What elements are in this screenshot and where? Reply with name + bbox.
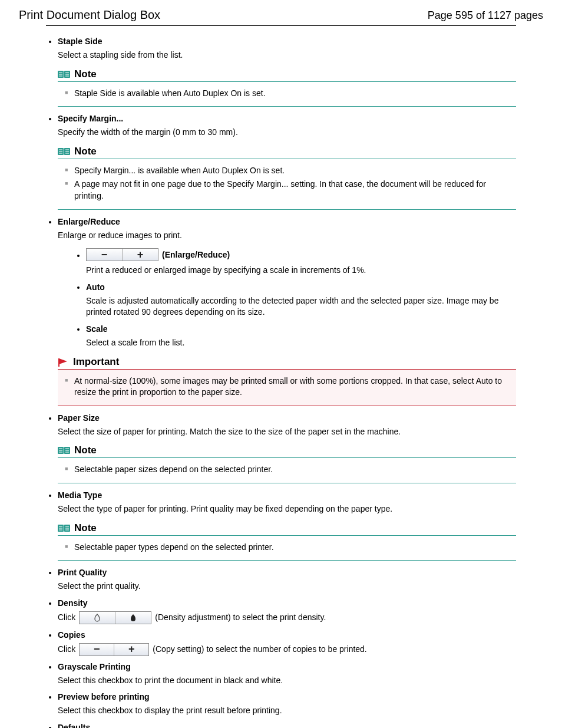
density-label: Density xyxy=(58,598,88,608)
item-paper-size: Paper Size Select the size of paper for … xyxy=(58,413,516,483)
plus-icon[interactable]: + xyxy=(123,249,158,261)
item-grayscale: Grayscale Printing Select this checkbox … xyxy=(58,662,516,687)
plus-icon[interactable]: + xyxy=(114,644,148,655)
important-heading: Important xyxy=(73,356,119,368)
page-indicator: Page 595 of 1127 pages xyxy=(428,9,543,22)
scale-desc: Select a scale from the list. xyxy=(86,337,516,349)
note-heading: Note xyxy=(74,68,97,80)
enlarge-reduce-btn-desc: Print a reduced or enlarged image by spe… xyxy=(86,265,516,276)
item-preview: Preview before printing Select this chec… xyxy=(58,692,516,717)
content: Staple Side Select a stapling side from … xyxy=(46,37,516,728)
note-callout: Note Specify Margin... is available when… xyxy=(58,146,516,210)
subitem-auto: Auto Scale is adjusted automatically acc… xyxy=(86,282,516,318)
svg-marker-16 xyxy=(59,358,67,364)
minus-icon[interactable]: − xyxy=(80,644,114,655)
minus-icon[interactable]: − xyxy=(87,249,122,261)
note-item: Staple Side is available when Auto Duple… xyxy=(74,88,516,100)
density-text-pre: Click xyxy=(58,612,75,624)
grayscale-desc: Select this checkbox to print the docume… xyxy=(58,675,516,687)
note-item: Selectable paper sizes depend on the sel… xyxy=(74,464,516,476)
media-type-desc: Select the type of paper for printing. P… xyxy=(58,503,516,515)
page-header: Print Document Dialog Box Page 595 of 11… xyxy=(19,8,543,22)
note-callout: Note Selectable paper types depend on th… xyxy=(58,522,516,561)
preview-desc: Select this checkbox to display the prin… xyxy=(58,705,516,717)
copies-label: Copies xyxy=(58,630,85,640)
note-heading: Note xyxy=(74,146,97,157)
important-flag-icon xyxy=(58,357,70,367)
item-media-type: Media Type Select the type of paper for … xyxy=(58,490,516,561)
enlarge-reduce-btn-label: (Enlarge/Reduce) xyxy=(162,250,230,259)
media-type-label: Media Type xyxy=(58,490,102,500)
copies-text-post: (Copy setting) to select the number of c… xyxy=(153,644,366,655)
note-item: Specify Margin... is available when Auto… xyxy=(74,165,516,177)
staple-side-label: Staple Side xyxy=(58,37,102,46)
scale-label: Scale xyxy=(86,324,108,334)
important-callout: Important At normal-size (100%), some im… xyxy=(58,356,516,406)
staple-side-desc: Select a stapling side from the list. xyxy=(58,50,516,61)
defaults-label: Defaults xyxy=(58,723,90,728)
note-icon xyxy=(58,70,71,79)
grayscale-label: Grayscale Printing xyxy=(58,662,131,671)
auto-label: Auto xyxy=(86,282,105,292)
note-item: A page may not fit in one page due to th… xyxy=(74,179,516,202)
item-copies: Copies Click − + (Copy setting) to selec… xyxy=(58,630,516,656)
item-enlarge-reduce: Enlarge/Reduce Enlarge or reduce images … xyxy=(58,217,516,406)
subitem-enlarge-buttons: − + (Enlarge/Reduce) Print a reduced or … xyxy=(86,248,516,276)
item-density: Density Click (Density adjustment) to se… xyxy=(58,598,516,624)
enlarge-reduce-stepper[interactable]: − + xyxy=(86,248,158,261)
header-divider xyxy=(46,25,516,26)
note-icon xyxy=(58,147,71,156)
density-text-post: (Density adjustment) to select the print… xyxy=(155,612,326,624)
subitem-scale: Scale Select a scale from the list. xyxy=(86,324,516,349)
note-item: Selectable paper types depend on the sel… xyxy=(74,542,516,554)
enlarge-reduce-label: Enlarge/Reduce xyxy=(58,217,120,226)
density-slider[interactable] xyxy=(79,611,151,624)
note-icon xyxy=(58,523,71,533)
paper-size-label: Paper Size xyxy=(58,413,100,423)
item-print-quality: Print Quality Select the print quality. xyxy=(58,568,516,592)
note-callout: Note Staple Side is available when Auto … xyxy=(58,68,516,107)
specify-margin-label: Specify Margin... xyxy=(58,114,123,123)
copies-stepper[interactable]: − + xyxy=(79,643,149,656)
slider-low-icon[interactable] xyxy=(80,612,115,624)
print-quality-label: Print Quality xyxy=(58,568,107,577)
note-callout: Note Selectable paper sizes depend on th… xyxy=(58,444,516,483)
auto-desc: Scale is adjusted automatically accordin… xyxy=(86,295,516,318)
item-defaults: Defaults Restores the default settings. xyxy=(58,723,516,728)
print-quality-desc: Select the print quality. xyxy=(58,581,516,592)
svg-rect-17 xyxy=(58,358,59,367)
item-specify-margin: Specify Margin... Specify the width of t… xyxy=(58,114,516,209)
item-staple-side: Staple Side Select a stapling side from … xyxy=(58,37,516,107)
specify-margin-desc: Specify the width of the margin (0 mm to… xyxy=(58,127,516,139)
note-heading: Note xyxy=(74,522,97,534)
copies-text-pre: Click xyxy=(58,644,75,655)
enlarge-reduce-desc: Enlarge or reduce images to print. xyxy=(58,230,516,242)
slider-high-icon[interactable] xyxy=(115,612,151,624)
paper-size-desc: Select the size of paper for printing. M… xyxy=(58,426,516,438)
note-heading: Note xyxy=(74,444,97,456)
preview-label: Preview before printing xyxy=(58,692,150,701)
important-item: At normal-size (100%), some images may b… xyxy=(74,375,516,398)
page-title: Print Document Dialog Box xyxy=(19,8,160,22)
note-icon xyxy=(58,446,71,455)
